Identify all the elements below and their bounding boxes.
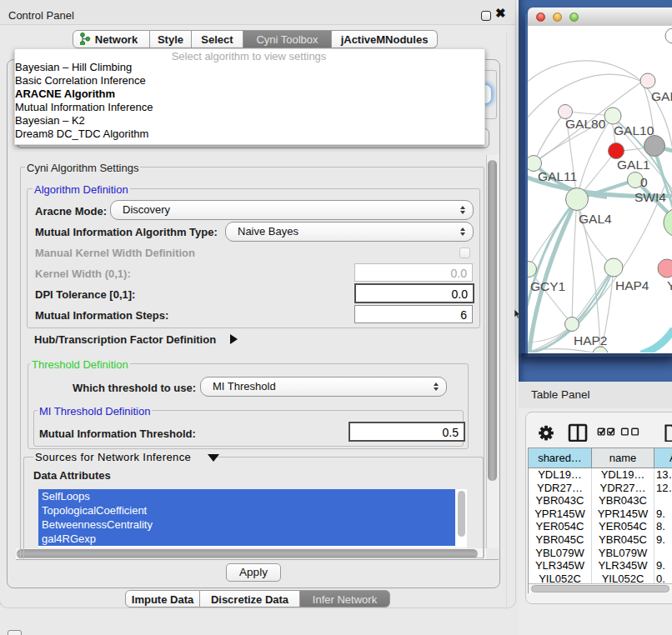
svg-text:GAL11: GAL11	[538, 169, 577, 183]
svg-text:YP: YP	[667, 278, 672, 292]
svg-text:GCY1: GCY1	[530, 279, 565, 293]
svg-text:GAL10: GAL10	[614, 123, 654, 138]
svg-text:GAL4: GAL4	[579, 212, 612, 226]
svg-text:GAL7: GAL7	[651, 89, 672, 103]
svg-text:HAP4: HAP4	[615, 278, 649, 292]
svg-text:GAL80: GAL80	[565, 117, 606, 131]
svg-text:SWI4: SWI4	[634, 190, 666, 204]
svg-text:0: 0	[640, 175, 648, 189]
svg-text:HAP2: HAP2	[574, 333, 608, 348]
svg-text:GAL1: GAL1	[617, 158, 650, 172]
